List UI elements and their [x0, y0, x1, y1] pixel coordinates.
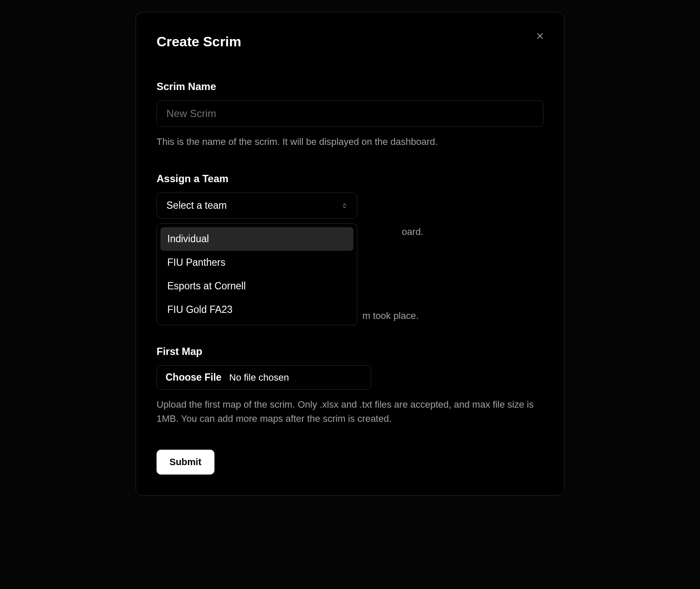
team-select-value: Select a team [166, 200, 227, 211]
first-map-label: First Map [157, 346, 543, 358]
team-dropdown: Individual FIU Panthers Esports at Corne… [157, 223, 357, 325]
assign-team-label: Assign a Team [157, 173, 543, 185]
submit-button[interactable]: Submit [157, 450, 214, 475]
file-input-row[interactable]: Choose File No file chosen [157, 365, 371, 390]
first-map-help: Upload the first map of the scrim. Only … [157, 397, 543, 426]
team-option-individual[interactable]: Individual [160, 227, 353, 251]
choose-file-button[interactable]: Choose File [166, 372, 221, 383]
first-map-group: First Map Choose File No file chosen Upl… [157, 346, 543, 426]
modal-title: Create Scrim [157, 34, 543, 50]
file-status-text: No file chosen [229, 372, 289, 383]
create-scrim-modal: Create Scrim Scrim Name This is the name… [136, 12, 564, 496]
scrim-name-help: This is the name of the scrim. It will b… [157, 135, 543, 149]
team-option-esports-cornell[interactable]: Esports at Cornell [160, 274, 353, 298]
scrim-name-input[interactable] [157, 100, 543, 127]
assign-team-group: Assign a Team Select a team Individual F… [157, 173, 543, 237]
close-icon [535, 31, 545, 42]
team-select-trigger[interactable]: Select a team [157, 192, 357, 219]
close-button[interactable] [533, 30, 547, 43]
scrim-name-label: Scrim Name [157, 81, 543, 93]
scrim-name-group: Scrim Name This is the name of the scrim… [157, 81, 543, 149]
team-option-fiu-gold[interactable]: FIU Gold FA23 [160, 298, 353, 322]
team-select-wrapper: Select a team Individual FIU Panthers Es… [157, 192, 357, 219]
chevron-up-down-icon [341, 203, 347, 209]
team-option-fiu-panthers[interactable]: FIU Panthers [160, 251, 353, 274]
